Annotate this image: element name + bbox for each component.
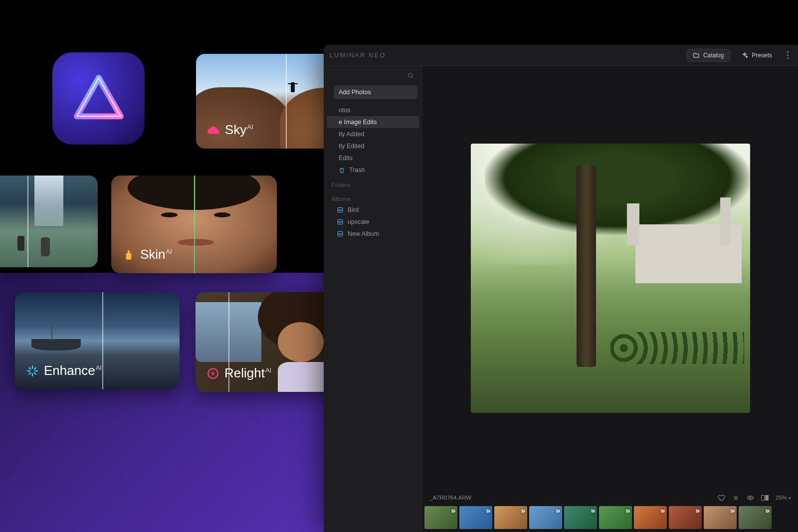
- sidebar-item[interactable]: e Image Edits: [327, 116, 419, 128]
- sidebar-item[interactable]: tly Added: [324, 128, 422, 140]
- zoom-level[interactable]: 25% ▾: [776, 495, 791, 501]
- main-photo: [471, 144, 750, 413]
- svg-point-7: [750, 497, 751, 498]
- skin-icon: [122, 248, 135, 261]
- svg-point-15: [524, 511, 525, 512]
- svg-point-25: [627, 512, 628, 513]
- thumbnail[interactable]: [564, 506, 597, 529]
- svg-point-13: [487, 512, 488, 513]
- album-item[interactable]: New Album: [324, 228, 422, 240]
- svg-point-28: [662, 512, 663, 513]
- sidebar-item[interactable]: tly Edited: [324, 140, 422, 152]
- thumbnail[interactable]: [634, 506, 667, 529]
- svg-point-17: [557, 510, 558, 511]
- edit-badge-icon: [695, 507, 701, 513]
- thumbnail[interactable]: [459, 506, 492, 529]
- svg-point-12: [489, 511, 490, 512]
- feature-card-waterfall[interactable]: [0, 176, 98, 267]
- thumbnail[interactable]: [599, 506, 632, 529]
- compare-divider: [102, 292, 103, 389]
- edit-badge-icon: [520, 507, 526, 513]
- add-photos-button[interactable]: Add Photos: [334, 85, 417, 99]
- cloud-icon: [207, 124, 220, 137]
- info-bar: _A7R0764.ARW 25% ▾: [422, 490, 798, 505]
- svg-point-10: [452, 512, 453, 513]
- edit-badge-icon: [485, 507, 491, 513]
- title-bar: LUMINAR NEO Catalog Presets: [324, 45, 798, 66]
- svg-point-3: [408, 73, 412, 77]
- feature-card-enhance[interactable]: EnhanceAI: [15, 292, 180, 389]
- sidebar-header-folders: Folders: [324, 176, 422, 190]
- search-icon[interactable]: [407, 72, 414, 79]
- svg-point-26: [661, 510, 662, 511]
- eye-icon[interactable]: [747, 494, 754, 502]
- sparkles-icon: [741, 52, 748, 59]
- thumbnail[interactable]: [704, 506, 737, 529]
- svg-point-9: [454, 511, 455, 512]
- thumbnail[interactable]: [424, 506, 457, 529]
- album-item[interactable]: Bird: [324, 204, 422, 216]
- svg-point-18: [559, 511, 560, 512]
- sidebar-item[interactable]: Edits: [324, 152, 422, 164]
- compare-icon[interactable]: [761, 495, 769, 501]
- catalog-button[interactable]: Catalog: [686, 49, 730, 62]
- feature-card-skin[interactable]: SkinAI: [111, 176, 277, 273]
- sidebar-header-albums: Albums: [324, 190, 422, 204]
- edit-badge-icon: [730, 507, 736, 513]
- reject-icon[interactable]: [732, 494, 740, 502]
- svg-point-24: [628, 511, 629, 512]
- svg-point-29: [696, 510, 697, 511]
- menu-button[interactable]: [783, 51, 792, 60]
- thumbnail[interactable]: [529, 506, 562, 529]
- triangle-logo-icon: [71, 71, 126, 126]
- compare-divider: [194, 176, 195, 273]
- svg-point-19: [557, 512, 558, 513]
- svg-point-11: [487, 510, 488, 511]
- album-icon: [337, 218, 344, 225]
- svg-point-14: [522, 510, 523, 511]
- filmstrip[interactable]: [422, 505, 798, 532]
- card-label: SkinAI: [122, 247, 172, 262]
- app-window: LUMINAR NEO Catalog Presets Add Photos o…: [324, 45, 798, 532]
- svg-point-32: [731, 510, 732, 511]
- filename-label: _A7R0764.ARW: [429, 495, 471, 501]
- svg-point-37: [767, 512, 768, 513]
- heart-icon[interactable]: [718, 494, 725, 502]
- edit-badge-icon: [625, 507, 631, 513]
- svg-point-36: [768, 511, 769, 512]
- album-icon: [337, 230, 344, 237]
- edit-badge-icon: [450, 507, 456, 513]
- thumbnail[interactable]: [669, 506, 702, 529]
- card-label: EnhanceAI: [26, 363, 102, 378]
- svg-point-27: [663, 511, 664, 512]
- svg-point-31: [697, 512, 698, 513]
- photo-viewer[interactable]: [422, 66, 798, 490]
- sidebar-item-trash[interactable]: Trash: [324, 164, 422, 176]
- app-brand: LUMINAR NEO: [330, 51, 386, 59]
- svg-point-8: [452, 510, 453, 511]
- luminar-app-icon: [52, 52, 145, 145]
- sparkle-icon: [26, 364, 39, 377]
- thumbnail[interactable]: [494, 506, 527, 529]
- card-label: RelightAI: [206, 365, 271, 381]
- sidebar: Add Photos otos e Image Edits tly Added …: [324, 66, 422, 532]
- main-area: _A7R0764.ARW 25% ▾: [422, 66, 798, 532]
- edit-badge-icon: [590, 507, 596, 513]
- presets-button[interactable]: Presets: [735, 49, 778, 61]
- bolt-icon: [206, 367, 219, 380]
- card-label: SkyAI: [207, 122, 253, 138]
- compare-divider: [286, 54, 287, 149]
- album-icon: [337, 206, 344, 213]
- sidebar-item[interactable]: otos: [324, 104, 422, 116]
- compare-divider: [27, 176, 28, 267]
- edit-badge-icon: [660, 507, 666, 513]
- svg-point-35: [766, 510, 767, 511]
- album-item[interactable]: upscale: [324, 216, 422, 228]
- svg-point-30: [698, 511, 699, 512]
- trash-icon: [339, 167, 345, 174]
- thumbnail[interactable]: [739, 506, 772, 529]
- svg-point-33: [733, 511, 734, 512]
- svg-point-34: [732, 512, 733, 513]
- svg-point-21: [594, 511, 595, 512]
- edit-badge-icon: [765, 507, 771, 513]
